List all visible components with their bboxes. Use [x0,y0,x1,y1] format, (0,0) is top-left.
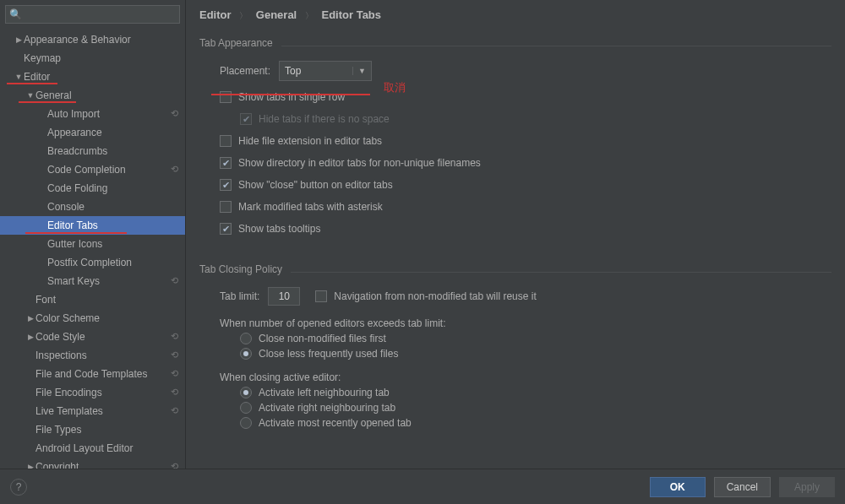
project-scope-icon: ⟲ [168,331,180,343]
checkbox-show-close[interactable] [220,179,232,191]
tree-caret-icon: ▼ [14,73,24,81]
sidebar-item-appearance-behavior[interactable]: ▶Appearance & Behavior [0,30,185,49]
project-scope-icon: ⟲ [168,405,180,417]
breadcrumb-part: Editor Tabs [321,8,381,21]
tab-limit-input[interactable] [268,287,300,306]
label-act-left: Activate left neighbouring tab [259,387,390,398]
annotation-underline [19,101,76,103]
sidebar-item-label: Breadcrumbs [47,145,180,157]
sidebar-item-label: File Encodings [35,387,168,398]
sidebar-item-code-style[interactable]: ▶Code Style⟲ [0,328,185,346]
breadcrumb-part: General [256,8,297,21]
tree-caret-icon: ▼ [25,91,35,100]
sidebar-item-label: Color Scheme [35,312,180,324]
sidebar-item-android-layout-editor[interactable]: Android Layout Editor [0,439,185,458]
tree-caret-icon: ▶ [25,463,35,469]
section-tab-closing: Tab Closing Policy [199,263,282,275]
ok-button[interactable]: OK [650,477,706,497]
label-nav-reuse: Navigation from non-modified tab will re… [334,290,536,302]
radio-close-lfu[interactable] [240,348,252,360]
project-scope-icon: ⟲ [168,275,180,287]
radio-close-nonmod[interactable] [240,333,252,344]
sidebar-item-breadcrumbs[interactable]: Breadcrumbs [0,142,185,160]
checkbox-hide-ext[interactable] [220,135,232,147]
placement-select[interactable]: Top ▼ [279,61,372,81]
label-hide-if-no-space: Hide tabs if there is no space [259,113,390,125]
tree-caret-icon: ▶ [14,35,24,44]
section-tab-appearance: Tab Appearance [199,37,273,49]
search-input[interactable] [5,5,180,24]
sidebar-item-label: Console [47,201,180,213]
sidebar-item-inspections[interactable]: Inspections⟲ [0,346,185,365]
radio-act-right[interactable] [240,402,252,414]
sidebar-item-label: Live Templates [35,405,168,417]
dialog-footer: ? OK Cancel Apply [0,469,845,504]
label-act-right: Activate right neighbouring tab [259,402,395,414]
checkbox-show-tooltips[interactable] [220,223,232,235]
sidebar-item-code-completion[interactable]: Code Completion⟲ [0,160,185,179]
sidebar-item-font[interactable]: Font [0,290,185,309]
sidebar-item-label: Gutter Icons [47,238,180,250]
sidebar-item-label: Editor Tabs [47,219,180,231]
sidebar-item-label: File Types [35,424,180,436]
sidebar-item-auto-import[interactable]: Auto Import⟲ [0,105,185,123]
sidebar-item-keymap[interactable]: Keymap [0,49,185,68]
cancel-button[interactable]: Cancel [714,477,771,497]
label-close-nonmod: Close non-modified files first [259,333,386,344]
label-show-dir: Show directory in editor tabs for non-un… [238,157,481,169]
exceed-label: When number of opened editors exceeds ta… [220,317,845,329]
placement-label: Placement: [220,65,270,77]
sidebar-item-label: Keymap [24,52,180,64]
annotation-underline [211,94,370,95]
sidebar-item-label: Auto Import [47,108,168,120]
chevron-down-icon: ▼ [352,67,366,75]
radio-act-recent[interactable] [240,417,252,429]
settings-sidebar: ▶Appearance & BehaviorKeymap▼Editor▼Gene… [0,0,186,469]
sidebar-item-appearance[interactable]: Appearance [0,123,185,142]
radio-act-left[interactable] [240,387,252,398]
sidebar-item-console[interactable]: Console [0,198,185,216]
checkbox-hide-if-no-space [240,113,252,125]
sidebar-item-label: Android Layout Editor [35,442,180,454]
label-close-lfu: Close less frequently used files [259,348,398,360]
annotation-underline [7,83,57,84]
placement-value: Top [285,65,301,77]
help-icon[interactable]: ? [10,479,27,496]
project-scope-icon: ⟲ [168,461,180,469]
checkbox-mark-asterisk[interactable] [220,201,232,213]
project-scope-icon: ⟲ [168,164,180,176]
chevron-right-icon: 〉 [239,11,248,20]
sidebar-item-color-scheme[interactable]: ▶Color Scheme [0,309,185,328]
settings-tree: ▶Appearance & BehaviorKeymap▼Editor▼Gene… [0,27,185,469]
tab-limit-label: Tab limit: [220,290,259,302]
sidebar-item-label: Code Folding [47,182,180,194]
tree-caret-icon: ▶ [25,333,35,341]
sidebar-item-code-folding[interactable]: Code Folding [0,179,185,198]
sidebar-item-label: Editor [24,71,180,83]
sidebar-item-copyright[interactable]: ▶Copyright⟲ [0,458,185,469]
sidebar-item-live-templates[interactable]: Live Templates⟲ [0,402,185,420]
sidebar-item-label: Code Completion [47,164,168,176]
project-scope-icon: ⟲ [168,108,180,120]
apply-button[interactable]: Apply [779,477,835,497]
sidebar-item-label: Appearance & Behavior [24,34,180,46]
sidebar-item-label: Code Style [35,331,168,343]
label-act-recent: Activate most recently opened tab [259,417,412,429]
sidebar-item-smart-keys[interactable]: Smart Keys⟲ [0,272,185,290]
sidebar-item-label: File and Code Templates [35,368,168,380]
label-show-close: Show "close" button on editor tabs [238,179,393,191]
sidebar-item-gutter-icons[interactable]: Gutter Icons [0,235,185,253]
chevron-right-icon: 〉 [305,11,313,20]
sidebar-item-file-and-code-templates[interactable]: File and Code Templates⟲ [0,365,185,383]
sidebar-item-file-encodings[interactable]: File Encodings⟲ [0,383,185,402]
annotation-text: 取消 [384,80,406,95]
checkbox-show-dir[interactable] [220,157,232,169]
sidebar-item-label: Inspections [35,350,168,361]
sidebar-item-postfix-completion[interactable]: Postfix Completion [0,253,185,272]
project-scope-icon: ⟲ [168,387,180,398]
sidebar-item-label: Appearance [47,127,180,138]
checkbox-nav-reuse[interactable] [315,290,327,302]
sidebar-item-label: Smart Keys [47,275,168,287]
sidebar-item-file-types[interactable]: File Types [0,420,185,439]
breadcrumb-part: Editor [199,8,232,21]
